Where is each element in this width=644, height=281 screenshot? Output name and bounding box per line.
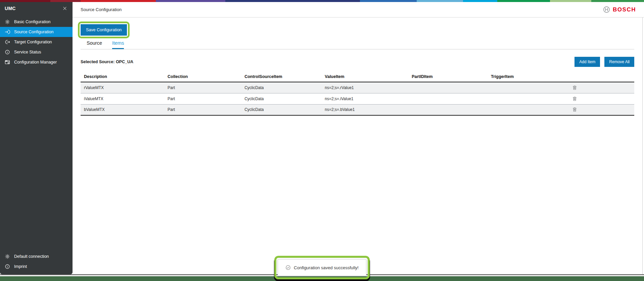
- gear-icon: [5, 254, 10, 259]
- info-icon: [5, 49, 10, 55]
- sidebar: UMC Basic Configuration: [0, 2, 73, 274]
- remove-all-button[interactable]: Remove All: [604, 57, 634, 67]
- cell-partiditem: [408, 82, 488, 93]
- col-actions: [559, 72, 634, 82]
- source-row: Selected Source: OPC_UA Add Item Remove …: [81, 57, 634, 67]
- table-header-row: Description Collection ControlSourceItem…: [81, 72, 634, 82]
- config-window-icon: [5, 59, 10, 65]
- trash-icon: [572, 107, 577, 112]
- table-row: bValueMTX Part CyclicData ns=2;s=.bValue…: [81, 104, 634, 115]
- sidebar-item-source-configuration[interactable]: Source Configuration: [0, 27, 73, 37]
- save-configuration-button[interactable]: Save Configuration: [81, 24, 127, 36]
- sidebar-item-label: Configuration Manager: [14, 60, 57, 65]
- sidebar-item-label: Default connection: [14, 254, 49, 259]
- selected-source-label: Selected Source: OPC_UA: [81, 59, 133, 64]
- cell-collection: Part: [164, 93, 241, 104]
- toast-message: Configuration saved successfully!: [294, 265, 359, 270]
- sidebar-nav: Basic Configuration Source Configuration: [0, 17, 73, 67]
- tabs: Source Items: [81, 40, 634, 49]
- close-icon[interactable]: [62, 5, 68, 11]
- sidebar-item-target-configuration[interactable]: Target Configuration: [0, 37, 73, 47]
- toast-highlight-annotation: Configuration saved successfully!: [274, 256, 370, 279]
- bosch-logo: BOSCH: [603, 6, 636, 13]
- cell-valueitem: ns=2;s=.bValue1: [321, 104, 408, 115]
- sidebar-item-label: Imprint: [14, 264, 27, 269]
- delete-row-button[interactable]: [571, 95, 578, 102]
- cell-collection: Part: [164, 82, 241, 93]
- cell-valueitem: ns=2;s=.iValue1: [321, 93, 408, 104]
- delete-row-button[interactable]: [571, 106, 578, 113]
- cell-collection: Part: [164, 104, 241, 115]
- toast: Configuration saved successfully!: [278, 259, 366, 276]
- app-window: UMC Basic Configuration: [0, 2, 644, 275]
- main-content: Source Configuration BOSCH Save Configur…: [73, 2, 644, 274]
- main-body: Save Configuration Source Items Selected…: [73, 17, 643, 274]
- col-valueitem: ValueItem: [321, 72, 408, 82]
- bosch-symbol-icon: [603, 6, 610, 13]
- cell-triggeritem: [488, 93, 559, 104]
- cell-controlsourceitem: CyclicData: [241, 82, 321, 93]
- cell-description: rValueMTX: [81, 82, 164, 93]
- sidebar-item-service-status[interactable]: Service Status: [0, 47, 73, 57]
- trash-icon: [572, 85, 577, 90]
- table-row: rValueMTX Part CyclicData ns=2;s=.rValue…: [81, 82, 634, 93]
- cell-partiditem: [408, 104, 488, 115]
- add-item-button[interactable]: Add Item: [574, 57, 600, 67]
- item-actions: Add Item Remove All: [574, 57, 634, 67]
- bosch-wordmark: BOSCH: [613, 6, 636, 13]
- cell-controlsourceitem: CyclicData: [241, 93, 321, 104]
- page-title: Source Configuration: [81, 7, 122, 12]
- trash-icon: [572, 96, 577, 102]
- sidebar-item-label: Target Configuration: [14, 40, 52, 44]
- logout-arrow-icon: [5, 39, 10, 45]
- main-header: Source Configuration BOSCH: [73, 2, 644, 17]
- save-highlight-annotation: Save Configuration: [78, 22, 130, 38]
- sidebar-item-imprint[interactable]: Imprint: [0, 262, 73, 272]
- col-partiditem: PartIDItem: [408, 72, 488, 82]
- table-row: iValueMTX Part CyclicData ns=2;s=.iValue…: [81, 93, 634, 104]
- app-title: UMC: [5, 6, 16, 11]
- sidebar-header: UMC: [0, 2, 73, 13]
- login-arrow-icon: [5, 29, 10, 35]
- cell-description: bValueMTX: [81, 104, 164, 115]
- cell-description: iValueMTX: [81, 93, 164, 104]
- sidebar-item-default-connection[interactable]: Default connection: [0, 251, 73, 262]
- sidebar-item-basic-configuration[interactable]: Basic Configuration: [0, 17, 73, 27]
- col-description: Description: [81, 72, 164, 82]
- cell-triggeritem: [488, 82, 559, 93]
- sidebar-item-label: Basic Configuration: [14, 19, 50, 24]
- cell-triggeritem: [488, 104, 559, 115]
- col-collection: Collection: [164, 72, 241, 82]
- check-circle-icon: [285, 265, 291, 270]
- sidebar-footer: Default connection Imprint: [0, 251, 73, 272]
- tab-source[interactable]: Source: [87, 40, 102, 49]
- col-controlsourceitem: ControlSourceItem: [241, 72, 321, 82]
- col-triggeritem: TriggerItem: [488, 72, 559, 82]
- tab-items[interactable]: Items: [112, 40, 124, 49]
- delete-row-button[interactable]: [571, 84, 578, 91]
- cell-partiditem: [408, 93, 488, 104]
- cell-valueitem: ns=2;s=.rValue1: [321, 82, 408, 93]
- cell-controlsourceitem: CyclicData: [241, 104, 321, 115]
- sidebar-item-label: Source Configuration: [14, 30, 53, 34]
- gear-icon: [5, 19, 10, 25]
- items-table: Description Collection ControlSourceItem…: [81, 72, 634, 116]
- sidebar-item-configuration-manager[interactable]: Configuration Manager: [0, 57, 73, 67]
- info-icon: [5, 264, 10, 269]
- sidebar-item-label: Service Status: [14, 50, 41, 54]
- tabs-divider: [81, 49, 634, 49]
